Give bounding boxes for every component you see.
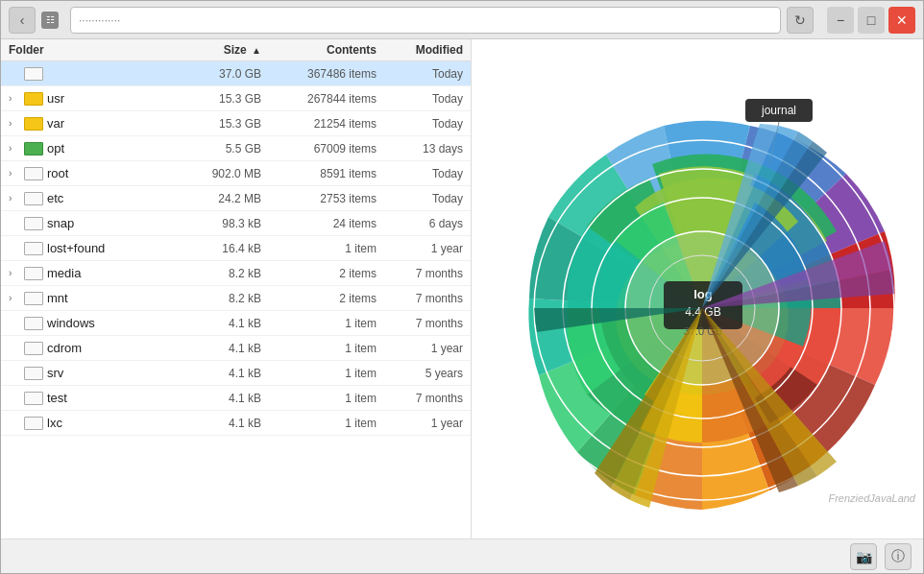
file-icon [24, 367, 43, 380]
file-name-cell: ›mnt [9, 291, 165, 305]
list-item[interactable]: 37.0 GB367486 itemsToday [1, 61, 471, 86]
file-name-cell [9, 67, 165, 81]
file-modified-value: 5 years [377, 367, 463, 380]
content-area: Folder Size ▲ Contents Modified 37.0 GB3… [1, 39, 923, 538]
expand-arrow[interactable]: › [9, 93, 20, 104]
close-button[interactable]: ✕ [888, 7, 915, 34]
file-name-cell: ›usr [9, 91, 165, 106]
address-bar[interactable]: ············· [70, 7, 781, 34]
file-name-label: mnt [47, 291, 68, 305]
file-name-cell: windows [9, 316, 165, 330]
file-icon [24, 342, 43, 355]
svg-text:journal: journal [761, 104, 796, 117]
expand-arrow[interactable]: › [9, 118, 20, 129]
file-contents-value: 1 item [261, 367, 377, 380]
file-contents-value: 267844 items [261, 92, 377, 106]
address-text: ············· [79, 13, 120, 27]
camera-icon-button[interactable]: 📷 [850, 543, 877, 570]
file-contents-value: 2 items [261, 267, 377, 280]
file-name-label: windows [47, 316, 95, 330]
titlebar: ‹ ☷ ············· ↻ − □ ✕ [1, 1, 923, 39]
file-name-cell: test [9, 391, 165, 405]
file-name-cell: lost+found [9, 241, 165, 255]
back-button[interactable]: ‹ [9, 7, 36, 34]
file-contents-value: 67009 items [261, 142, 377, 155]
file-modified-value: 1 year [377, 342, 463, 355]
file-name-label: lost+found [47, 241, 105, 255]
file-list: Folder Size ▲ Contents Modified 37.0 GB3… [1, 39, 472, 538]
file-icon [24, 67, 43, 81]
file-name-cell: snap [9, 216, 165, 230]
expand-arrow[interactable]: › [9, 293, 20, 303]
modified-column-header: Modified [377, 43, 463, 57]
list-item[interactable]: ›mnt8.2 kB2 items7 months [1, 286, 471, 311]
file-modified-value: 13 days [377, 142, 463, 155]
expand-arrow[interactable]: › [9, 268, 20, 278]
file-contents-value: 21254 items [261, 117, 377, 131]
sort-indicator: ▲ [252, 45, 261, 56]
list-item[interactable]: lxc4.1 kB1 item1 year [1, 411, 471, 436]
file-modified-value: 1 year [377, 242, 463, 255]
file-name-cell: ›opt [9, 141, 165, 155]
list-item[interactable]: snap98.3 kB24 items6 days [1, 211, 471, 236]
file-size-value: 15.3 GB [165, 92, 261, 106]
file-contents-value: 367486 items [261, 67, 377, 81]
file-name-label: media [47, 266, 81, 280]
file-size-value: 5.5 GB [165, 142, 261, 155]
file-name-label: opt [47, 141, 64, 155]
file-icon [24, 142, 43, 155]
file-name-cell: ›root [9, 166, 165, 180]
list-item[interactable]: ›root902.0 MB8591 itemsToday [1, 161, 471, 186]
file-modified-value: 6 days [377, 217, 463, 230]
list-item[interactable]: ›etc24.2 MB2753 itemsToday [1, 186, 471, 211]
sunburst-chart[interactable]: log 4.4 GB 37.0 GB journal [472, 39, 923, 538]
bottom-bar: 📷 ⓘ [1, 538, 923, 573]
list-item[interactable]: ›opt5.5 GB67009 items13 days [1, 136, 471, 161]
list-item[interactable]: ›var15.3 GB21254 itemsToday [1, 111, 471, 136]
refresh-button[interactable]: ↻ [787, 7, 814, 34]
file-contents-value: 2 items [261, 292, 377, 305]
address-icon: ☷ [41, 12, 59, 29]
file-icon [24, 192, 43, 205]
file-name-cell: ›media [9, 266, 165, 280]
list-item[interactable]: lost+found16.4 kB1 item1 year [1, 236, 471, 261]
file-contents-value: 1 item [261, 242, 377, 255]
file-modified-value: 7 months [377, 292, 463, 305]
file-name-cell: srv [9, 366, 165, 380]
contents-column-header: Contents [261, 43, 377, 57]
file-icon [24, 267, 43, 280]
list-item[interactable]: ›usr15.3 GB267844 itemsToday [1, 86, 471, 111]
list-item[interactable]: srv4.1 kB1 item5 years [1, 361, 471, 386]
expand-arrow[interactable]: › [9, 143, 20, 154]
file-name-cell: ›var [9, 116, 165, 131]
file-size-value: 98.3 kB [165, 217, 261, 230]
file-icon [24, 417, 43, 430]
list-item[interactable]: windows4.1 kB1 item7 months [1, 311, 471, 336]
maximize-button[interactable]: □ [858, 7, 885, 34]
file-contents-value: 1 item [261, 342, 377, 355]
file-size-value: 15.3 GB [165, 117, 261, 131]
expand-arrow[interactable]: › [9, 193, 20, 203]
file-name-label: lxc [47, 416, 62, 430]
folder-column-header: Folder [9, 43, 165, 57]
file-name-cell: lxc [9, 416, 165, 430]
list-item[interactable]: cdrom4.1 kB1 item1 year [1, 336, 471, 361]
list-item[interactable]: test4.1 kB1 item7 months [1, 386, 471, 411]
file-name-label: usr [47, 91, 64, 106]
file-modified-value: Today [377, 167, 463, 180]
file-name-label: srv [47, 366, 63, 380]
expand-arrow[interactable]: › [9, 168, 20, 179]
file-contents-value: 8591 items [261, 167, 377, 180]
file-size-value: 902.0 MB [165, 167, 261, 180]
minimize-button[interactable]: − [827, 7, 854, 34]
file-size-value: 4.1 kB [165, 417, 261, 430]
list-item[interactable]: ›media8.2 kB2 items7 months [1, 261, 471, 286]
file-modified-value: Today [377, 67, 463, 81]
file-size-value: 4.1 kB [165, 392, 261, 405]
size-column-header[interactable]: Size ▲ [165, 43, 261, 57]
file-size-value: 24.2 MB [165, 192, 261, 205]
file-size-value: 4.1 kB [165, 367, 261, 380]
file-size-value: 4.1 kB [165, 342, 261, 355]
info-icon-button[interactable]: ⓘ [885, 543, 912, 570]
watermark-text: FrenziedJavaLand [828, 492, 915, 504]
